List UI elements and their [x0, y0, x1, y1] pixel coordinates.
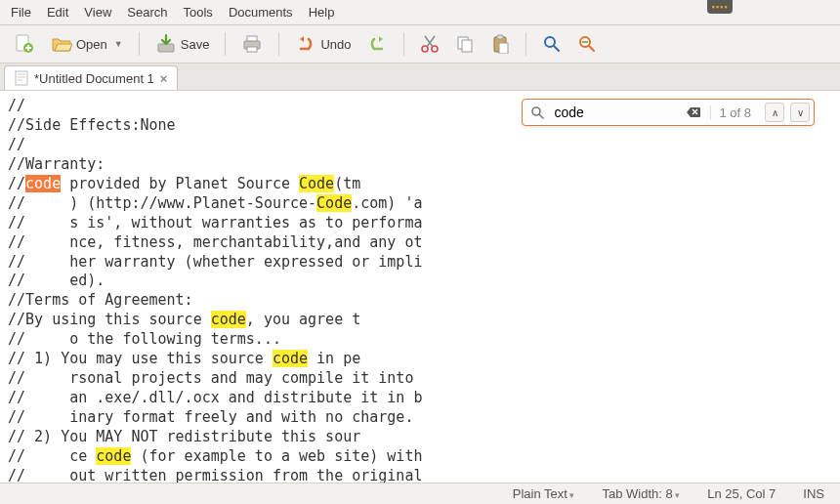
tabwidth-selector[interactable]: Tab Width: 8 — [602, 486, 680, 501]
print-button[interactable] — [235, 29, 269, 59]
separator — [525, 32, 526, 56]
menu-tools[interactable]: Tools — [177, 2, 220, 22]
svg-rect-12 — [499, 43, 508, 54]
svg-rect-2 — [158, 44, 174, 52]
save-label: Save — [181, 37, 210, 52]
search-icon — [530, 105, 544, 119]
svg-rect-15 — [16, 71, 27, 85]
find-count: 1 of 8 — [710, 105, 759, 120]
editor[interactable]: ////Side Effects:None////Warranty://code… — [0, 91, 840, 483]
tab-title: *Untitled Document 1 — [34, 71, 154, 86]
new-button[interactable] — [8, 29, 41, 59]
cut-button[interactable] — [414, 30, 445, 58]
svg-rect-9 — [462, 40, 472, 52]
editor-area: ////Side Effects:None////Warranty://code… — [0, 91, 840, 483]
menu-search[interactable]: Search — [120, 2, 174, 22]
undo-button[interactable]: Undo — [289, 29, 357, 59]
clear-search-icon[interactable] — [687, 105, 700, 119]
svg-rect-4 — [247, 36, 257, 41]
separator — [139, 32, 140, 56]
toolbar: Open▼ Save Undo — [0, 25, 840, 63]
open-dropdown-icon[interactable]: ▼ — [114, 39, 123, 49]
redo-button[interactable] — [360, 29, 394, 59]
menu-view[interactable]: View — [77, 2, 118, 22]
svg-rect-5 — [247, 47, 257, 52]
undo-label: Undo — [320, 37, 351, 52]
menu-edit[interactable]: Edit — [40, 2, 75, 22]
menu-file[interactable]: File — [4, 2, 38, 22]
open-label: Open — [76, 37, 107, 52]
statusbar: Plain Text Tab Width: 8 Ln 25, Col 7 INS — [0, 483, 840, 504]
find-next-button[interactable]: ∨ — [790, 103, 810, 122]
separator — [278, 32, 279, 56]
save-button[interactable]: Save — [149, 29, 216, 59]
find-prev-button[interactable]: ∧ — [765, 103, 784, 122]
find-button[interactable] — [536, 30, 567, 58]
paste-button[interactable] — [484, 30, 516, 58]
document-tab[interactable]: *Untitled Document 1 × — [4, 65, 178, 90]
separator — [225, 32, 226, 56]
language-selector[interactable]: Plain Text — [513, 486, 575, 501]
svg-rect-11 — [497, 35, 503, 39]
menu-documents[interactable]: Documents — [222, 2, 300, 22]
tab-close-icon[interactable]: × — [160, 71, 168, 86]
insert-mode[interactable]: INS — [803, 486, 824, 501]
tabbar: *Untitled Document 1 × — [0, 63, 840, 91]
document-icon — [15, 70, 28, 86]
separator — [403, 32, 404, 56]
copy-button[interactable] — [449, 30, 481, 58]
find-input[interactable] — [554, 105, 681, 120]
find-replace-button[interactable] — [571, 30, 603, 58]
window-control[interactable]: ▪▪▪▪ — [707, 0, 733, 14]
menu-help[interactable]: Help — [302, 2, 342, 22]
open-button[interactable]: Open▼ — [45, 29, 129, 59]
find-bar: 1 of 8 ∧ ∨ — [522, 99, 815, 126]
cursor-position: Ln 25, Col 7 — [707, 486, 776, 501]
